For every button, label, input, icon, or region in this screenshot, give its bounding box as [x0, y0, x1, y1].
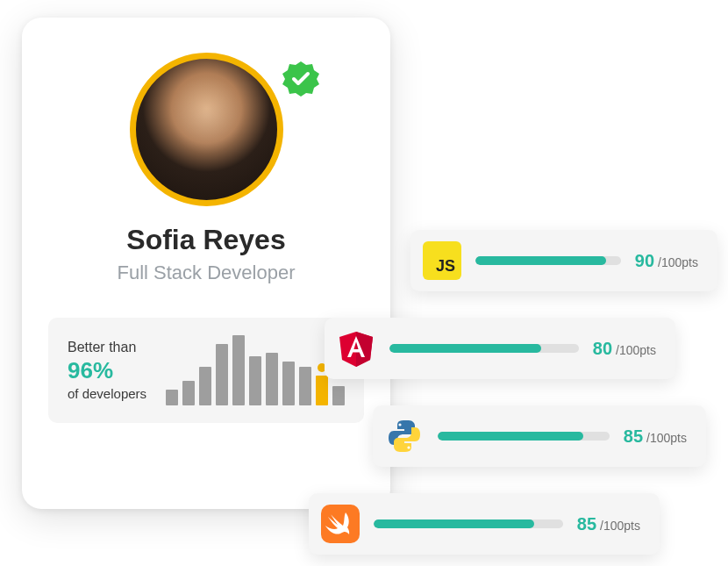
score-wrap: 85 /100pts — [624, 426, 687, 447]
percentile-suffix: of developers — [68, 386, 146, 401]
swift-icon — [321, 505, 360, 543]
javascript-icon: JS — [423, 241, 461, 280]
score-wrap: 80 /100pts — [593, 339, 656, 359]
python-icon — [385, 417, 424, 455]
progress-track — [389, 344, 579, 353]
score-value: 85 — [577, 514, 596, 534]
histogram-bar — [232, 335, 245, 405]
progress-fill — [438, 432, 583, 441]
skill-row-javascript: JS 90 /100pts — [410, 230, 717, 291]
svg-point-3 — [407, 446, 410, 448]
percentile-histogram — [166, 335, 345, 405]
histogram-bar — [216, 344, 228, 405]
percentile-text: Better than 96% of developers — [68, 340, 146, 401]
histogram-bar — [182, 381, 195, 405]
svg-point-2 — [398, 423, 401, 426]
percentile-value: 96% — [68, 357, 146, 384]
histogram-bar — [299, 367, 311, 405]
avatar-wrap — [130, 53, 283, 206]
histogram-bar — [282, 362, 295, 405]
score-max: /100pts — [600, 519, 640, 533]
skill-row-python: 85 /100pts — [373, 405, 706, 467]
profile-card: Sofia Reyes Full Stack Developer Better … — [22, 18, 390, 509]
progress-track — [475, 256, 621, 265]
progress-fill — [389, 344, 541, 353]
histogram-bar — [166, 390, 178, 405]
percentile-box: Better than 96% of developers — [48, 318, 364, 423]
progress-track — [438, 432, 610, 441]
progress-fill — [475, 256, 606, 265]
avatar — [130, 53, 283, 206]
angular-icon — [337, 329, 375, 368]
verified-badge-icon — [282, 60, 320, 98]
profile-role: Full Stack Developer — [118, 262, 296, 284]
skill-row-angular: 80 /100pts — [325, 318, 675, 379]
profile-name: Sofia Reyes — [126, 224, 285, 256]
score-wrap: 85 /100pts — [577, 514, 640, 534]
score-max: /100pts — [658, 255, 698, 269]
score-max: /100pts — [616, 343, 656, 357]
histogram-bar — [249, 356, 261, 405]
percentile-prefix: Better than — [68, 340, 146, 355]
score-max: /100pts — [646, 431, 687, 445]
histogram-bar — [332, 386, 345, 405]
histogram-bar — [266, 353, 278, 405]
skill-row-swift: 85 /100pts — [309, 493, 660, 555]
score-wrap: 90 /100pts — [635, 251, 698, 271]
score-value: 80 — [593, 339, 612, 359]
histogram-bar — [199, 367, 211, 405]
histogram-bar-highlight — [316, 376, 328, 405]
progress-fill — [374, 519, 534, 528]
score-value: 90 — [635, 251, 654, 271]
score-value: 85 — [624, 426, 643, 447]
progress-track — [374, 519, 563, 528]
